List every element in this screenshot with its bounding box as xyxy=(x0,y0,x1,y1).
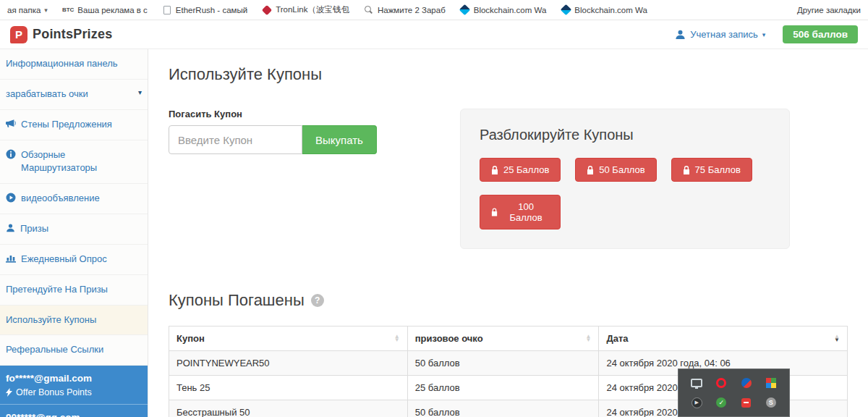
referral-card-1[interactable]: fo*****@gmail.com Offer Bonus Points xyxy=(0,366,148,404)
sort-icon: ▲▼ xyxy=(586,335,592,342)
pointsprizes-logo-icon: P xyxy=(10,26,27,43)
chevron-down-icon: ▾ xyxy=(138,88,142,98)
bookmark-label: Ваша реклама в с xyxy=(77,6,148,14)
media-play-icon[interactable]: ▶ xyxy=(691,397,703,409)
coupon-input[interactable] xyxy=(169,125,302,154)
bookmark-item[interactable]: TronLink（波宝钱包 xyxy=(262,4,349,15)
redeemed-coupons-title: Купоны Погашены xyxy=(169,291,305,310)
play-circle-icon xyxy=(6,193,16,203)
sort-desc-icon: ▲▼ xyxy=(834,335,840,342)
other-bookmarks[interactable]: Другие закладки xyxy=(797,6,861,14)
bookmark-folder[interactable]: ая папка ▾ xyxy=(7,6,48,14)
bar-chart-icon xyxy=(6,253,16,263)
sort-icon: ▲▼ xyxy=(394,335,400,342)
site-header: P PointsPrizes Учетная запись ▾ 506 балл… xyxy=(0,20,868,49)
sidebar-item-label: Ежедневный Опрос xyxy=(21,253,107,266)
lock-icon xyxy=(491,166,498,174)
bookmark-item[interactable]: EtherRush - самый xyxy=(162,5,247,15)
cell-coupon: Бесстрашный 50 xyxy=(169,400,408,417)
sidebar-item-video-ads[interactable]: видеообъявление xyxy=(0,184,148,214)
user-icon xyxy=(6,223,15,232)
unlock-button-label: 75 Баллов xyxy=(695,164,741,175)
sidebar-item-daily-survey[interactable]: Ежедневный Опрос xyxy=(0,245,148,275)
table-header-points[interactable]: призовое очко ▲▼ xyxy=(407,327,599,351)
chevron-down-icon: ▾ xyxy=(762,31,766,38)
user-icon xyxy=(675,29,686,40)
lock-icon xyxy=(491,208,498,216)
bookmark-label: Blockchain.com Wa xyxy=(574,6,647,14)
bookmark-label: ая папка xyxy=(7,6,41,14)
header-label: призовое очко xyxy=(415,333,483,344)
search-icon xyxy=(365,6,373,14)
sidebar: Информационная панель зарабатывать очки … xyxy=(0,49,148,417)
sidebar-item-label: Стены Предложения xyxy=(21,118,112,132)
header-label: Купон xyxy=(176,333,205,344)
blockchain-icon xyxy=(561,4,572,16)
unlock-25-button[interactable]: 25 Баллов xyxy=(480,158,561,182)
table-header-coupon[interactable]: Купон ▲▼ xyxy=(169,327,408,351)
cell-points: 50 баллов xyxy=(407,351,599,376)
unlock-button-label: 50 Баллов xyxy=(599,164,644,175)
colored-grid-icon[interactable] xyxy=(765,376,777,389)
sidebar-item-label: Призы xyxy=(20,222,48,236)
system-tray-popup: ▶ ✓ S xyxy=(678,368,790,417)
referral-email: 90*****@qq.com xyxy=(6,412,142,417)
antivirus-check-icon[interactable]: ✓ xyxy=(715,397,728,409)
sidebar-item-earn-points[interactable]: зарабатывать очки ▾ xyxy=(0,80,148,110)
redeem-coupon-form: Погасить Купон Выкупать xyxy=(169,109,381,154)
skype-icon[interactable]: S xyxy=(765,397,777,409)
bookmarks-bar: ая папка ▾ BTC Ваша реклама в с EtherRus… xyxy=(0,0,868,20)
brand-logo[interactable]: P PointsPrizes xyxy=(10,26,112,43)
cell-points: 50 баллов xyxy=(407,400,599,417)
unlock-50-button[interactable]: 50 Баллов xyxy=(575,158,656,182)
display-icon[interactable] xyxy=(691,376,703,389)
sidebar-item-label: Претендуйте На Призы xyxy=(6,283,108,297)
referral-offer-label: Offer Bonus Points xyxy=(16,387,92,397)
bookmark-item[interactable]: Blockchain.com Wa xyxy=(561,5,647,15)
help-question-icon[interactable]: ? xyxy=(311,294,324,307)
header-label: Дата xyxy=(606,333,628,344)
sidebar-item-label: зарабатывать очки xyxy=(6,88,88,101)
bookmark-label: Blockchain.com Wa xyxy=(474,6,547,14)
cell-coupon: Тень 25 xyxy=(169,376,408,400)
lock-icon xyxy=(587,166,594,174)
unlock-100-button[interactable]: 100 Баллов xyxy=(480,195,561,229)
page-title: Используйте Купоны xyxy=(169,65,848,84)
account-label: Учетная запись xyxy=(690,29,758,40)
bookmark-item[interactable]: Blockchain.com Wa xyxy=(460,5,547,15)
points-balance-badge[interactable]: 506 баллов xyxy=(783,25,858,43)
tronlink-icon xyxy=(262,4,272,14)
unlock-button-label: 100 Баллов xyxy=(503,201,549,223)
bookmark-item[interactable]: Нажмите 2 Зараб xyxy=(364,5,446,15)
sidebar-item-label: видеообъявление xyxy=(21,192,100,206)
sidebar-item-label: Реферальные Ссылки xyxy=(6,343,103,357)
red-app-icon[interactable] xyxy=(740,397,752,409)
bookmark-label: Нажмите 2 Зараб xyxy=(378,6,446,14)
account-menu[interactable]: Учетная запись ▾ xyxy=(675,29,765,40)
referral-email: fo*****@gmail.com xyxy=(6,373,142,384)
sidebar-item-use-coupons[interactable]: Используйте Купоны xyxy=(0,306,148,336)
redeem-button[interactable]: Выкупать xyxy=(302,125,377,154)
sidebar-item-label: Обзорные Маршрутизаторы xyxy=(21,148,142,176)
cell-points: 25 баллов xyxy=(407,376,599,400)
lock-icon xyxy=(683,166,690,174)
sidebar-item-claim-prizes[interactable]: Претендуйте На Призы xyxy=(0,275,148,306)
app-blue-red-icon[interactable] xyxy=(740,376,752,389)
sidebar-item-survey-routers[interactable]: Обзорные Маршрутизаторы xyxy=(0,140,148,185)
opera-icon[interactable] xyxy=(715,376,728,389)
referral-card-2[interactable]: 90*****@qq.com Offer Bonus Points xyxy=(0,404,148,417)
sidebar-item-prizes[interactable]: Призы xyxy=(0,214,148,245)
sidebar-item-dashboard[interactable]: Информационная панель xyxy=(0,49,148,80)
main-content: Используйте Купоны Погасить Купон Выкупа… xyxy=(148,49,868,417)
sidebar-item-offer-walls[interactable]: Стены Предложения xyxy=(0,110,148,140)
lightning-icon xyxy=(6,388,12,397)
bookmark-item[interactable]: BTC Ваша реклама в с xyxy=(62,5,148,15)
document-icon xyxy=(163,6,171,14)
sidebar-item-referral-links[interactable]: Реферальные Ссылки xyxy=(0,335,148,366)
table-header-date[interactable]: Дата ▲▼ xyxy=(599,327,848,351)
blockchain-icon xyxy=(459,4,471,16)
unlock-75-button[interactable]: 75 Баллов xyxy=(671,158,752,182)
bookmark-label: EtherRush - самый xyxy=(176,6,247,14)
megaphone-icon xyxy=(6,119,16,128)
brand-name: PointsPrizes xyxy=(33,27,112,42)
